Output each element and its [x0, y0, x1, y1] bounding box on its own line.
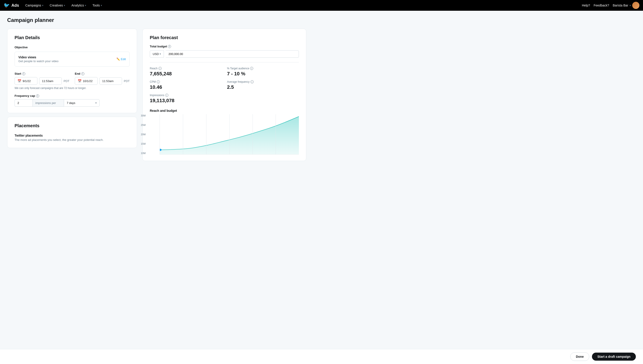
chart-grid-line-1 [183, 114, 183, 154]
nav-item-tools-label: Tools [92, 4, 100, 7]
chart-y-label-10m: 10M [141, 152, 145, 154]
nav-item-analytics[interactable]: Analytics ▾ [69, 2, 89, 8]
chevron-down-icon: ▾ [64, 4, 65, 7]
metrics-grid: Reach i 7,655,248 % Target audience i 7 … [150, 67, 299, 104]
start-info-icon[interactable]: i [22, 72, 25, 75]
dates-row: Start i 📅 9/1/22 11:53am PDT [15, 72, 130, 85]
impressions-label: Impressions i [150, 94, 222, 97]
target-audience-value: 7 - 10 % [227, 71, 299, 77]
chart-label: Reach and budget [150, 109, 299, 112]
avg-frequency-value: 2.5 [227, 84, 299, 90]
start-date-value: 9/1/22 [23, 79, 31, 83]
twitter-placements-section: Twitter placements The more ad placement… [15, 134, 130, 142]
forecast-note: We can only forecast campaigns that are … [15, 86, 130, 90]
plan-details-card: Plan Details Objective Video views Get p… [7, 28, 137, 113]
chart-grid-line-4 [253, 114, 253, 154]
impressions-metric: Impressions i 19,113,078 [150, 94, 222, 104]
nav-item-creatives-label: Creatives [50, 4, 63, 7]
chart-y-label-15m: 15M [141, 142, 145, 145]
forecast-card: Plan forecast Total budget i USD ▾ [142, 28, 306, 161]
freq-per-label: impressions per [33, 99, 64, 107]
nav-item-tools[interactable]: Tools ▾ [90, 2, 105, 8]
reach-info-icon[interactable]: i [158, 67, 162, 70]
end-info-icon[interactable]: i [81, 72, 84, 75]
target-audience-metric: % Target audience i 7 - 10 % [227, 67, 299, 77]
objective-title: Video views [18, 56, 58, 59]
budget-inputs-row: USD ▾ [150, 50, 299, 58]
objective-box: Video views Get people to watch your vid… [15, 52, 130, 67]
end-date-input[interactable]: 📅 10/1/22 [75, 77, 98, 85]
chevron-down-icon: ▾ [101, 4, 102, 7]
chart-y-label-25m: 25M [141, 124, 145, 126]
freq-inputs: impressions per 7 days ▾ [15, 99, 130, 107]
currency-value: USD [153, 52, 159, 56]
account-chevron-icon: ▾ [629, 4, 631, 7]
account-menu[interactable]: Barista Bar ▾ [613, 2, 639, 9]
pencil-icon: ✏️ [116, 58, 120, 61]
nav-item-creatives[interactable]: Creatives ▾ [47, 2, 68, 8]
impressions-info-icon[interactable]: i [165, 94, 168, 97]
target-audience-info-icon[interactable]: i [250, 67, 253, 70]
objective-info: Video views Get people to watch your vid… [18, 56, 58, 63]
freq-period-select[interactable]: 7 days ▾ [64, 99, 100, 107]
avg-frequency-label: Average frequency i [227, 80, 299, 84]
impressions-value: 19,113,078 [150, 98, 222, 104]
start-time-value: 11:53am [42, 79, 54, 83]
calendar-icon: 📅 [78, 79, 82, 83]
chart-y-label-20m: 20M [141, 133, 145, 136]
currency-select[interactable]: USD ▾ [150, 50, 164, 58]
twitter-bird-icon: 🐦 [4, 2, 10, 8]
total-budget-section: Total budget i USD ▾ [150, 45, 299, 58]
start-inputs: 📅 9/1/22 11:53am PDT [15, 77, 69, 85]
freq-info-icon[interactable]: i [36, 94, 39, 98]
freq-cap-section: Frequency cap i impressions per 7 days ▾ [15, 94, 130, 107]
chevron-down-icon: ▾ [42, 4, 44, 7]
main-layout: Plan Details Objective Video views Get p… [7, 28, 306, 161]
chart-y-labels: 30M 25M 20M 15M 10M [141, 114, 145, 154]
account-name: Barista Bar [613, 4, 628, 7]
budget-input[interactable] [166, 50, 299, 58]
reach-metric: Reach i 7,655,248 [150, 67, 222, 77]
objective-section-label: Objective [15, 46, 130, 49]
start-date-input[interactable]: 📅 9/1/22 [15, 77, 37, 85]
cpm-info-icon[interactable]: i [157, 80, 160, 84]
navigation: 🐦 Ads Campaigns ▾ Creatives ▾ Analytics … [0, 0, 643, 11]
right-column: Plan forecast Total budget i USD ▾ [142, 28, 306, 161]
end-time-input[interactable]: 11:53am [99, 77, 122, 85]
freq-period-value: 7 days [67, 101, 75, 105]
twitter-placements-title: Twitter placements [15, 134, 130, 137]
nav-logo[interactable]: 🐦 Ads [4, 2, 19, 8]
start-time-input[interactable]: 11:53am [39, 77, 62, 85]
nav-item-analytics-label: Analytics [71, 4, 84, 7]
start-date-group: Start i 📅 9/1/22 11:53am PDT [15, 72, 69, 85]
freq-cap-label: Frequency cap i [15, 94, 130, 98]
chevron-down-icon: ▾ [95, 102, 97, 104]
placements-title: Placements [15, 123, 130, 128]
end-date-value: 10/1/22 [83, 79, 92, 83]
avatar [632, 2, 639, 9]
avg-frequency-metric: Average frequency i 2.5 [227, 80, 299, 90]
nav-right: Help? Feedback? Barista Bar ▾ [582, 2, 639, 9]
divider [150, 62, 299, 62]
edit-button[interactable]: ✏️ Edit [116, 58, 126, 61]
chart-grid-line-3 [230, 114, 230, 154]
calendar-icon: 📅 [18, 79, 21, 83]
page-title: Campaign planner [7, 17, 306, 23]
freq-number-input[interactable] [15, 99, 33, 107]
avg-frequency-info-icon[interactable]: i [251, 80, 254, 84]
nav-item-campaigns[interactable]: Campaigns ▾ [23, 2, 46, 8]
end-time-value: 11:53am [102, 79, 114, 83]
end-label: End i [75, 72, 130, 75]
chart-area [160, 114, 299, 154]
help-link[interactable]: Help? [582, 4, 590, 7]
start-label: Start i [15, 72, 69, 75]
chart-section: Reach and budget 30M 25M 20M 15M 10M [150, 109, 299, 154]
chevron-down-icon: ▾ [85, 4, 86, 7]
end-inputs: 📅 10/1/22 11:53am PDT [75, 77, 130, 85]
feedback-link[interactable]: Feedback? [593, 4, 609, 7]
budget-info-icon[interactable]: i [168, 45, 171, 48]
reach-label: Reach i [150, 67, 222, 70]
nav-menu: Campaigns ▾ Creatives ▾ Analytics ▾ Tool… [23, 2, 582, 8]
target-audience-label: % Target audience i [227, 67, 299, 70]
avatar-image [632, 2, 639, 9]
